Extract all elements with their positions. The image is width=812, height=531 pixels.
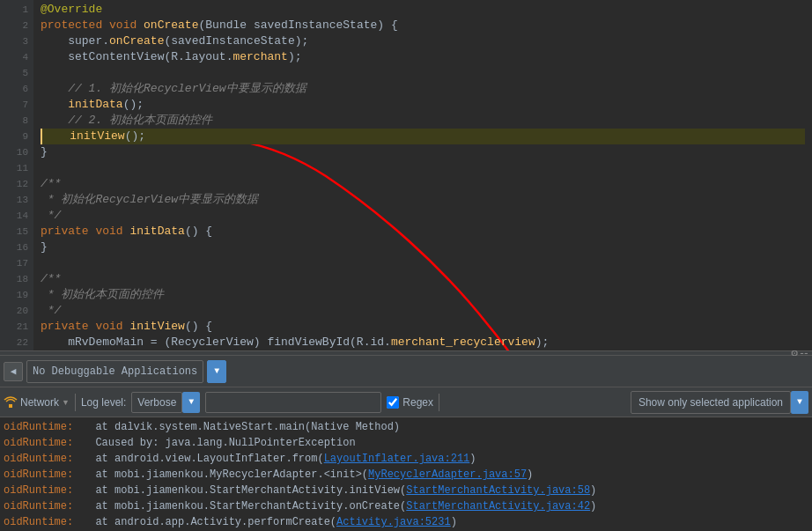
log-msg: at mobi.jiamenkou.StartMerchantActivity.… [83,484,406,497]
log-level-label: Log level: [81,396,126,409]
verbose-label: Verbose [137,396,176,409]
log-link-4[interactable]: StartMerchantActivity.java:42 [406,500,590,513]
log-line-3: oidRuntime: at android.view.LayoutInflat… [4,451,808,467]
show-only-button[interactable]: Show only selected application [631,391,791,414]
network-icon [4,395,18,409]
log-link-5[interactable]: Activity.java:5231 [336,516,451,528]
log-msg: at mobi.jiamenkou.MyRecyclerAdapter.<ini… [83,468,368,481]
regex-checkbox[interactable] [387,396,399,409]
logcat-toolbar: Network ▼ Log level: Verbose ▼ Regex Sho… [0,387,812,417]
log-tag: oidRuntime: [4,500,83,513]
network-section[interactable]: Network ▼ [4,395,70,409]
toolbar-separator-1 [75,394,76,411]
log-line-4: oidRuntime: at mobi.jiamenkou.MyRecycler… [4,467,808,483]
log-line-2: oidRuntime: Caused by: java.lang.NullPoi… [4,435,808,451]
log-msg: at mobi.jiamenkou.StartMerchantActivity.… [83,500,406,513]
app-selector-toolbar: ◀ No Debuggable Applications ▼ [0,356,812,387]
log-link-1[interactable]: LayoutInflater.java:211 [324,453,470,465]
network-dropdown-arrow: ▼ [62,398,70,407]
log-link-3[interactable]: StartMerchantActivity.java:58 [406,484,590,497]
log-tag: oidRuntime: [4,453,83,465]
svg-rect-1 [9,404,12,408]
verbose-selector: Verbose ▼ [131,392,200,413]
log-content: oidRuntime: at dalvik.system.NativeStart… [0,417,812,531]
log-tag: oidRuntime: [4,421,83,433]
bottom-panel: ◀ No Debuggable Applications ▼ Network ▼… [0,356,812,531]
log-link-2[interactable]: MyRecyclerAdapter.java:57 [368,468,527,481]
log-msg: Caused by: java.lang.NullPointerExceptio… [83,437,356,449]
show-only-area: Show only selected application ▼ [631,391,808,414]
app-dropdown[interactable]: No Debuggable Applications [26,360,203,383]
code-content: @Override protected void onCreate(Bundle… [33,0,812,350]
log-line-1: oidRuntime: at dalvik.system.NativeStart… [4,419,808,435]
log-tag: oidRuntime: [4,437,83,449]
log-msg: at dalvik.system.NativeStart.main(Native… [83,421,400,433]
show-only-arrow-button[interactable]: ▼ [791,391,808,414]
search-input[interactable] [205,392,381,413]
left-arrow-button[interactable]: ◀ [4,362,23,381]
editor-gutter [0,0,7,350]
regex-label: Regex [402,396,433,409]
log-msg: at android.view.LayoutInflater.from( [83,453,324,465]
log-line-6: oidRuntime: at mobi.jiamenkou.StartMerch… [4,498,808,514]
log-tag: oidRuntime: [4,468,83,481]
app-dropdown-arrow-button[interactable]: ▼ [207,360,226,383]
verbose-dropdown[interactable]: Verbose [131,392,182,413]
log-line-7: oidRuntime: at android.app.Activity.perf… [4,514,808,530]
app-dropdown-label: No Debuggable Applications [33,365,197,378]
network-label-text: Network [20,396,59,409]
code-editor: 1 2 3 4 5 6 7 8 9 10 11 12 13 14 15 16 1… [0,0,812,350]
regex-checkbox-area: Regex [387,396,433,409]
log-tag: oidRuntime: [4,516,83,528]
log-msg: at android.app.Activity.performCreate( [83,516,336,528]
log-tag: oidRuntime: [4,484,83,497]
log-line-5: oidRuntime: at mobi.jiamenkou.StartMerch… [4,483,808,498]
verbose-arrow-button[interactable]: ▼ [182,392,200,413]
toolbar-separator-2 [439,394,439,411]
line-numbers: 1 2 3 4 5 6 7 8 9 10 11 12 13 14 15 16 1… [7,0,33,350]
